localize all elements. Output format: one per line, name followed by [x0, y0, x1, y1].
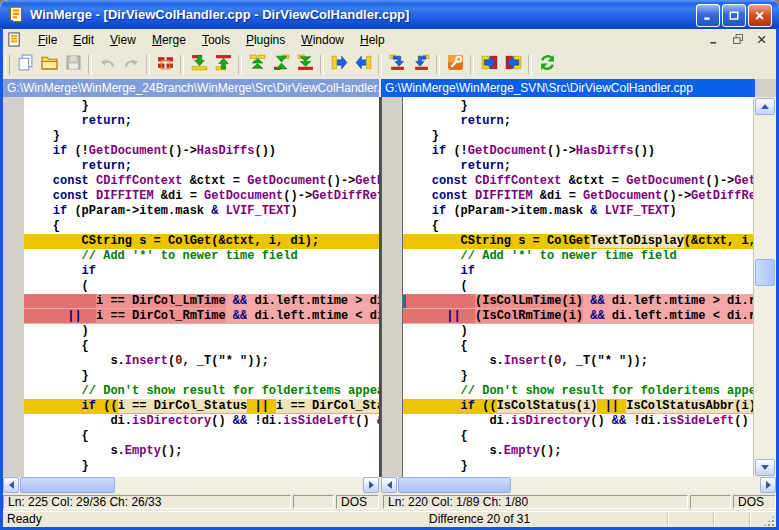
code-line[interactable]: const DIFFITEM &di = GetDocument()->GetD…: [24, 189, 379, 204]
menu-plugins[interactable]: Plugins: [238, 31, 293, 49]
scroll-down-button[interactable]: [755, 459, 775, 476]
first-difference-button[interactable]: [245, 53, 269, 77]
code-line[interactable]: if: [24, 264, 379, 279]
copy-all-right-button[interactable]: [477, 53, 501, 77]
current-difference-button[interactable]: [269, 53, 293, 77]
child-minimize-button[interactable]: [704, 31, 724, 47]
code-line[interactable]: }: [403, 459, 753, 474]
left-pane-scroll-left-button[interactable]: [3, 477, 19, 493]
child-close-button[interactable]: [752, 31, 772, 47]
code-line[interactable]: {: [403, 339, 753, 354]
menu-window[interactable]: Window: [293, 31, 352, 49]
code-line[interactable]: di.isDirectory() && !di.isSideLeft() &&: [24, 414, 379, 429]
code-line[interactable]: const DIFFITEM &di = GetDocument()->GetD…: [403, 189, 753, 204]
child-restore-button[interactable]: [728, 31, 748, 47]
right-pane-hscroll-thumb[interactable]: [398, 477, 511, 493]
new-file-button[interactable]: [13, 53, 37, 77]
code-line[interactable]: ): [403, 324, 753, 339]
code-line[interactable]: // Add '*' to newer time field: [24, 249, 379, 264]
right-pane-header[interactable]: G:\WinMerge\WinMerge_SVN\Src\DirViewColH…: [381, 79, 755, 97]
code-line[interactable]: {: [24, 339, 379, 354]
left-pane-hscroll-thumb[interactable]: [20, 477, 115, 493]
scroll-up-button[interactable]: [755, 98, 775, 115]
winmerge-app-icon[interactable]: [7, 6, 25, 24]
refresh-button[interactable]: [535, 53, 559, 77]
code-line[interactable]: if (!GetDocument()->HasDiffs()): [24, 144, 379, 159]
code-line[interactable]: s.Insert(0, _T("* "));: [403, 354, 753, 369]
code-line[interactable]: (IsColLmTime(i) && di.left.mtime > di.ri…: [403, 294, 753, 309]
code-line[interactable]: s.Empty();: [24, 444, 379, 459]
code-line[interactable]: if ((i == DirCol_Status || i == DirCol_S…: [24, 399, 379, 414]
code-line[interactable]: {: [24, 429, 379, 444]
code-line[interactable]: // Don't show result for folderitems app…: [403, 384, 753, 399]
copy-right-button[interactable]: [327, 53, 351, 77]
code-line[interactable]: s.Insert(0, _T("* "));: [24, 354, 379, 369]
menu-edit[interactable]: Edit: [65, 31, 102, 49]
copy-all-left-button[interactable]: [501, 53, 525, 77]
code-line[interactable]: }: [403, 99, 753, 114]
last-difference-button[interactable]: [293, 53, 317, 77]
right-pane-scroll-left-button[interactable]: [381, 477, 397, 493]
next-difference-button[interactable]: [187, 53, 211, 77]
code-line[interactable]: i == DirCol_LmTime && di.left.mtime > di…: [24, 294, 379, 309]
code-line[interactable]: return;: [24, 159, 379, 174]
code-line[interactable]: // Add '*' to newer time field: [403, 249, 753, 264]
code-line[interactable]: CString s = ColGetTextToDisplay(&ctxt, i…: [403, 234, 753, 249]
left-pane-scroll-right-button[interactable]: [363, 477, 379, 493]
menu-file[interactable]: File: [30, 31, 65, 49]
code-line[interactable]: if (!GetDocument()->HasDiffs()): [403, 144, 753, 159]
code-line[interactable]: return;: [24, 114, 379, 129]
code-line[interactable]: }: [24, 129, 379, 144]
code-line[interactable]: {: [403, 219, 753, 234]
code-line[interactable]: }: [24, 459, 379, 474]
menu-merge[interactable]: Merge: [144, 31, 194, 49]
code-line[interactable]: return;: [403, 114, 753, 129]
code-line[interactable]: const CDiffContext &ctxt = GetDocument()…: [24, 174, 379, 189]
code-line[interactable]: di.isDirectory() && !di.isSideLeft() &&: [403, 414, 753, 429]
menu-help[interactable]: Help: [352, 31, 393, 49]
maximize-button[interactable]: [722, 4, 746, 27]
options-button[interactable]: [443, 53, 467, 77]
right-pane-scroll-right-button[interactable]: [760, 477, 776, 493]
code-line[interactable]: if: [403, 264, 753, 279]
code-line[interactable]: }: [24, 99, 379, 114]
code-line[interactable]: }: [403, 369, 753, 384]
code-line[interactable]: ): [24, 324, 379, 339]
toolbar-grip[interactable]: [5, 55, 10, 75]
code-line[interactable]: {: [24, 219, 379, 234]
copy-left-and-advance-button[interactable]: [409, 53, 433, 77]
code-line[interactable]: }: [403, 129, 753, 144]
code-line[interactable]: const CDiffContext &ctxt = GetDocument()…: [403, 174, 753, 189]
copy-left-button[interactable]: [351, 53, 375, 77]
menu-tools[interactable]: Tools: [194, 31, 238, 49]
left-horizontal-scrollbar[interactable]: [3, 477, 379, 493]
copy-right-and-advance-button[interactable]: [385, 53, 409, 77]
code-line[interactable]: if ((IsColStatus(i) || IsColStatusAbbr(i…: [403, 399, 753, 414]
vertical-scroll-thumb[interactable]: [755, 259, 775, 286]
code-line[interactable]: {: [403, 429, 753, 444]
vertical-scrollbar[interactable]: [753, 97, 776, 477]
code-line[interactable]: if (pParam->item.mask & LVIF_TEXT): [24, 204, 379, 219]
previous-difference-button[interactable]: [211, 53, 235, 77]
right-horizontal-scrollbar[interactable]: [381, 477, 776, 493]
minimize-button[interactable]: [696, 4, 720, 27]
left-pane-header[interactable]: G:\WinMerge\WinMerge_24Branch\WinMerge\S…: [3, 79, 379, 97]
left-code-pane[interactable]: } return; } if (!GetDocument()->HasDiffs…: [24, 97, 379, 477]
document-icon[interactable]: [7, 32, 22, 47]
open-button[interactable]: [37, 53, 61, 77]
right-code-pane[interactable]: } return; } if (!GetDocument()->HasDiffs…: [403, 97, 753, 477]
code-line[interactable]: // Don't show result for folderitems app…: [24, 384, 379, 399]
code-line[interactable]: if (pParam->item.mask & LVIF_TEXT): [403, 204, 753, 219]
code-line[interactable]: (: [403, 279, 753, 294]
toolbar-separator: [436, 55, 440, 75]
view-differences-button[interactable]: [153, 53, 177, 77]
code-line[interactable]: return;: [403, 159, 753, 174]
code-line[interactable]: }: [24, 369, 379, 384]
code-line[interactable]: (: [24, 279, 379, 294]
menu-view[interactable]: View: [102, 31, 144, 49]
code-line[interactable]: s.Empty();: [403, 444, 753, 459]
close-button[interactable]: [748, 4, 772, 27]
code-line[interactable]: || i == DirCol_RmTime && di.left.mtime <…: [24, 309, 379, 324]
code-line[interactable]: CString s = ColGet(&ctxt, i, di);: [24, 234, 379, 249]
code-line[interactable]: || (IsColRmTime(i) && di.left.mtime < di…: [403, 309, 753, 324]
